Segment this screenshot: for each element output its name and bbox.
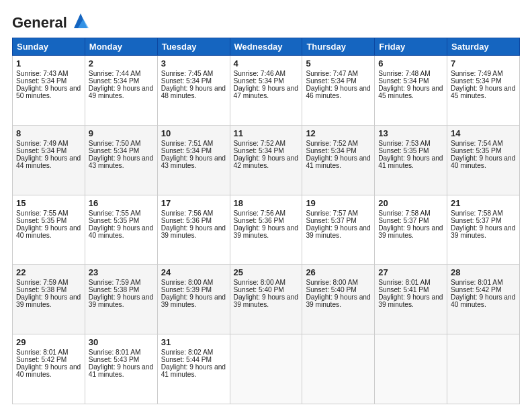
calendar-header-row: SundayMondayTuesdayWednesdayThursdayFrid… xyxy=(13,38,520,56)
calendar-cell xyxy=(375,334,447,404)
calendar-cell: 17Sunrise: 7:56 AMSunset: 5:36 PMDayligh… xyxy=(157,195,230,265)
calendar-cell: 25Sunrise: 8:00 AMSunset: 5:40 PMDayligh… xyxy=(230,265,302,334)
calendar-week-row: 15Sunrise: 7:55 AMSunset: 5:35 PMDayligh… xyxy=(13,195,520,265)
calendar-cell: 27Sunrise: 8:01 AMSunset: 5:41 PMDayligh… xyxy=(375,265,447,334)
calendar-cell: 18Sunrise: 7:56 AMSunset: 5:36 PMDayligh… xyxy=(230,195,302,265)
calendar-col-thursday: Thursday xyxy=(302,38,375,56)
day-number: 29 xyxy=(16,337,81,347)
calendar-cell: 10Sunrise: 7:51 AMSunset: 5:34 PMDayligh… xyxy=(157,125,230,195)
calendar-col-tuesday: Tuesday xyxy=(157,38,230,56)
day-number: 24 xyxy=(161,267,226,277)
day-number: 19 xyxy=(306,198,371,208)
day-number: 26 xyxy=(306,267,371,277)
logo: General xyxy=(12,12,93,31)
day-number: 31 xyxy=(161,337,226,347)
day-number: 11 xyxy=(234,128,299,138)
day-number: 7 xyxy=(451,58,516,68)
calendar-cell: 6Sunrise: 7:48 AMSunset: 5:34 PMDaylight… xyxy=(375,56,447,126)
calendar-cell: 5Sunrise: 7:47 AMSunset: 5:34 PMDaylight… xyxy=(302,56,375,126)
calendar-cell xyxy=(447,334,520,404)
calendar-cell: 24Sunrise: 8:00 AMSunset: 5:39 PMDayligh… xyxy=(157,265,230,334)
calendar-cell: 8Sunrise: 7:49 AMSunset: 5:34 PMDaylight… xyxy=(13,125,85,195)
calendar-col-saturday: Saturday xyxy=(447,38,520,56)
day-number: 18 xyxy=(234,198,299,208)
day-number: 25 xyxy=(234,267,299,277)
logo-icon xyxy=(69,9,93,34)
calendar-cell: 21Sunrise: 7:58 AMSunset: 5:37 PMDayligh… xyxy=(447,195,520,265)
calendar-cell xyxy=(230,334,302,404)
calendar-cell: 30Sunrise: 8:01 AMSunset: 5:43 PMDayligh… xyxy=(85,334,157,404)
calendar-cell: 7Sunrise: 7:49 AMSunset: 5:34 PMDaylight… xyxy=(447,56,520,126)
calendar-cell: 1Sunrise: 7:43 AMSunset: 5:34 PMDaylight… xyxy=(13,56,85,126)
day-number: 13 xyxy=(378,128,443,138)
calendar-cell: 31Sunrise: 8:02 AMSunset: 5:44 PMDayligh… xyxy=(157,334,230,404)
calendar-col-sunday: Sunday xyxy=(13,38,85,56)
day-number: 27 xyxy=(378,267,443,277)
day-number: 8 xyxy=(16,128,81,138)
day-number: 15 xyxy=(16,198,81,208)
calendar-cell: 16Sunrise: 7:55 AMSunset: 5:35 PMDayligh… xyxy=(85,195,157,265)
calendar-cell: 13Sunrise: 7:53 AMSunset: 5:35 PMDayligh… xyxy=(375,125,447,195)
day-number: 28 xyxy=(451,267,516,277)
calendar-table: SundayMondayTuesdayWednesdayThursdayFrid… xyxy=(12,38,520,404)
header: General xyxy=(12,12,520,31)
calendar-cell: 29Sunrise: 8:01 AMSunset: 5:42 PMDayligh… xyxy=(13,334,85,404)
calendar-week-row: 22Sunrise: 7:59 AMSunset: 5:38 PMDayligh… xyxy=(13,265,520,334)
calendar-cell xyxy=(302,334,375,404)
calendar-cell: 19Sunrise: 7:57 AMSunset: 5:37 PMDayligh… xyxy=(302,195,375,265)
calendar-cell: 22Sunrise: 7:59 AMSunset: 5:38 PMDayligh… xyxy=(13,265,85,334)
calendar-col-monday: Monday xyxy=(85,38,157,56)
day-number: 30 xyxy=(89,337,154,347)
calendar-cell: 2Sunrise: 7:44 AMSunset: 5:34 PMDaylight… xyxy=(85,56,157,126)
calendar-week-row: 1Sunrise: 7:43 AMSunset: 5:34 PMDaylight… xyxy=(13,56,520,126)
day-number: 2 xyxy=(89,58,154,68)
day-number: 16 xyxy=(89,198,154,208)
day-number: 4 xyxy=(234,58,299,68)
calendar-cell: 14Sunrise: 7:54 AMSunset: 5:35 PMDayligh… xyxy=(447,125,520,195)
page: General SundayMondayTuesdayWednesdayThur… xyxy=(0,0,532,411)
day-number: 23 xyxy=(89,267,154,277)
day-number: 3 xyxy=(161,58,226,68)
calendar-cell: 12Sunrise: 7:52 AMSunset: 5:34 PMDayligh… xyxy=(302,125,375,195)
day-number: 12 xyxy=(306,128,371,138)
day-number: 5 xyxy=(306,58,371,68)
calendar-week-row: 29Sunrise: 8:01 AMSunset: 5:42 PMDayligh… xyxy=(13,334,520,404)
day-number: 20 xyxy=(378,198,443,208)
day-number: 17 xyxy=(161,198,226,208)
calendar-col-wednesday: Wednesday xyxy=(230,38,302,56)
calendar-col-friday: Friday xyxy=(375,38,447,56)
calendar-cell: 28Sunrise: 8:01 AMSunset: 5:42 PMDayligh… xyxy=(447,265,520,334)
calendar-cell: 11Sunrise: 7:52 AMSunset: 5:34 PMDayligh… xyxy=(230,125,302,195)
day-number: 10 xyxy=(161,128,226,138)
day-number: 14 xyxy=(451,128,516,138)
calendar-cell: 26Sunrise: 8:00 AMSunset: 5:40 PMDayligh… xyxy=(302,265,375,334)
calendar-cell: 4Sunrise: 7:46 AMSunset: 5:34 PMDaylight… xyxy=(230,56,302,126)
calendar-cell: 15Sunrise: 7:55 AMSunset: 5:35 PMDayligh… xyxy=(13,195,85,265)
day-number: 21 xyxy=(451,198,516,208)
calendar-week-row: 8Sunrise: 7:49 AMSunset: 5:34 PMDaylight… xyxy=(13,125,520,195)
calendar-cell: 3Sunrise: 7:45 AMSunset: 5:34 PMDaylight… xyxy=(157,56,230,126)
calendar-cell: 23Sunrise: 7:59 AMSunset: 5:38 PMDayligh… xyxy=(85,265,157,334)
day-number: 9 xyxy=(89,128,154,138)
day-number: 22 xyxy=(16,267,81,277)
calendar-cell: 20Sunrise: 7:58 AMSunset: 5:37 PMDayligh… xyxy=(375,195,447,265)
calendar-cell: 9Sunrise: 7:50 AMSunset: 5:34 PMDaylight… xyxy=(85,125,157,195)
day-number: 6 xyxy=(378,58,443,68)
day-number: 1 xyxy=(16,58,81,68)
logo-general: General xyxy=(12,14,67,32)
